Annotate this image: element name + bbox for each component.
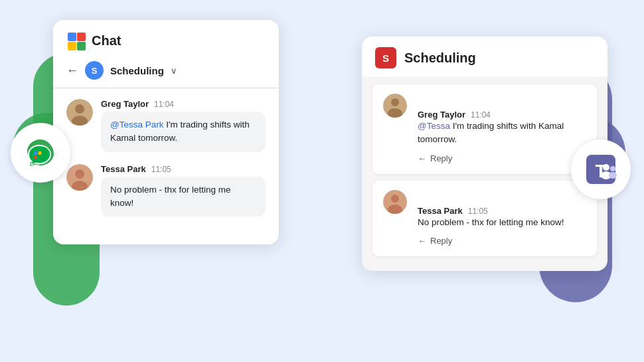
chat-panel-header: Chat (53, 20, 279, 56)
svg-point-25 (391, 98, 399, 106)
teams-message-card: Tessa Park 11:05 No problem - thx for le… (372, 181, 597, 256)
message-time: 11:05 (151, 165, 171, 174)
svg-rect-11 (39, 151, 42, 155)
back-arrow-icon[interactable]: ← (66, 64, 78, 78)
teams-message-card: Greg Taylor 11:04 @Tessa I'm trading shi… (372, 84, 597, 174)
teams-avatar-tessa (383, 190, 407, 214)
teams-header: S Scheduling (362, 37, 607, 76)
message-bubble: No problem - thx for letting me know! (101, 177, 266, 217)
teams-message-text: @Tessa I'm trading shifts with Kamal tom… (418, 120, 586, 147)
svg-point-35 (610, 166, 615, 171)
dropdown-arrow-icon[interactable]: ∨ (171, 66, 177, 76)
svg-rect-15 (77, 33, 86, 41)
chat-app-icon (66, 31, 86, 50)
svg-point-22 (75, 169, 84, 179)
message-item: Greg Taylor 11:04 @Tessa Park I'm tradin… (66, 99, 266, 152)
svg-rect-13 (39, 156, 42, 159)
google-chat-icon-circle (11, 123, 70, 183)
teams-message-time: 11:05 (468, 207, 488, 216)
chat-messages-area: Greg Taylor 11:04 @Tessa Park I'm tradin… (53, 88, 279, 217)
teams-message-time: 11:04 (471, 110, 491, 120)
sender-name: Greg Taylor (101, 99, 149, 109)
svg-rect-10 (34, 151, 37, 155)
svg-rect-12 (34, 156, 37, 159)
message-content: Greg Taylor 11:04 @Tessa Park I'm tradin… (101, 99, 266, 152)
avatar-tessa (66, 164, 93, 191)
message-item: Tessa Park 11:05 No problem - thx for le… (66, 164, 266, 217)
reply-button-1[interactable]: ← Reply (418, 153, 586, 163)
avatar-greg (66, 99, 93, 126)
teams-icon-circle: T (571, 139, 631, 199)
teams-sender-name: Greg Taylor (418, 110, 465, 120)
reply-button-2[interactable]: ← Reply (418, 236, 564, 246)
teams-icon: T (582, 151, 619, 188)
svg-point-19 (75, 104, 84, 114)
chat-subheader: ← S Scheduling ∨ (53, 56, 279, 88)
google-chat-icon (23, 136, 58, 170)
teams-sender-name: Tessa Park (418, 206, 463, 216)
teams-message-meta: Tessa Park 11:05 No problem - thx for le… (383, 190, 586, 246)
svg-rect-14 (68, 33, 76, 41)
svg-point-36 (609, 172, 617, 179)
group-avatar: S (85, 61, 104, 80)
google-chat-panel: Chat ← S Scheduling ∨ (53, 20, 279, 244)
reply-arrow-icon: ← (418, 236, 426, 246)
svg-point-28 (391, 195, 399, 203)
main-scene: Chat ← S Scheduling ∨ (0, 0, 644, 362)
svg-point-33 (603, 164, 609, 171)
reply-label: Reply (430, 236, 452, 246)
message-meta: Tessa Park 11:05 (101, 164, 266, 174)
reply-arrow-icon: ← (418, 153, 426, 163)
message-bubble: @Tessa Park I'm trading shifts with Kama… (101, 112, 266, 152)
teams-panel: S Scheduling Greg Taylor (362, 37, 607, 271)
teams-message-text: No problem - thx for letting me know! (418, 216, 564, 229)
reply-label: Reply (430, 153, 452, 163)
message-text: No problem - thx for letting me know! (110, 185, 231, 208)
message-content: Tessa Park 11:05 No problem - thx for le… (101, 164, 266, 217)
svg-rect-17 (77, 42, 86, 50)
teams-mention: @Tessa (418, 121, 450, 131)
svg-rect-16 (68, 42, 76, 50)
teams-avatar-greg (383, 94, 407, 118)
teams-panel-title: Scheduling (404, 50, 476, 66)
teams-message-meta: Greg Taylor 11:04 @Tessa I'm trading shi… (383, 94, 586, 163)
teams-s-badge: S (375, 47, 396, 68)
group-name: Scheduling (110, 65, 164, 76)
chat-app-title: Chat (92, 33, 121, 48)
message-meta: Greg Taylor 11:04 (101, 99, 266, 109)
mention-highlight: @Tessa Park (110, 120, 163, 130)
message-time: 11:04 (154, 100, 174, 109)
sender-name: Tessa Park (101, 164, 146, 174)
